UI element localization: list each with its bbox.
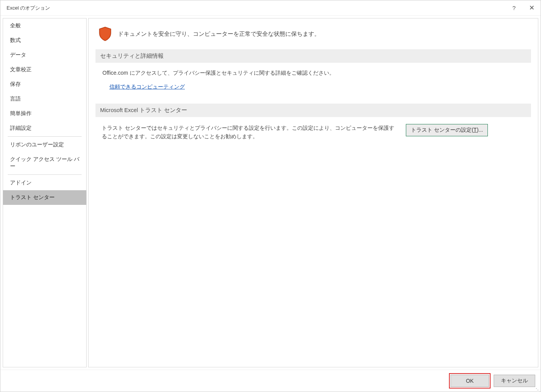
sidebar-item-data[interactable]: データ	[3, 48, 86, 62]
titlebar: Excel のオプション ? ✕	[0, 0, 541, 16]
intro-text: ドキュメントを安全に守り、コンピューターを正常で安全な状態に保ちます。	[118, 30, 320, 38]
sidebar-item-label: トラスト センター	[10, 194, 55, 200]
sidebar-item-customize-ribbon[interactable]: リボンのユーザー設定	[3, 137, 86, 152]
help-button[interactable]: ?	[505, 0, 523, 16]
sidebar-item-label: 保存	[10, 81, 21, 87]
intro-row: ドキュメントを安全に守り、コンピューターを正常で安全な状態に保ちます。	[98, 26, 531, 42]
sidebar-item-label: 詳細設定	[10, 125, 32, 131]
dialog-footer: OK キャンセル	[0, 370, 541, 392]
ok-button[interactable]: OK	[451, 375, 489, 387]
shield-icon	[98, 26, 112, 42]
sidebar-item-label: 全般	[10, 22, 21, 28]
resize-grip[interactable]: ⋱	[536, 389, 540, 391]
titlebar-buttons: ? ✕	[505, 0, 541, 16]
dialog-body: 全般 数式 データ 文章校正 保存 言語 簡単操作 詳細設定 リボンのユーザー設…	[0, 16, 541, 370]
sidebar-item-language[interactable]: 言語	[3, 92, 86, 106]
dialog-title: Excel のオプション	[7, 5, 505, 12]
sidebar-item-label: 簡単操作	[10, 110, 32, 116]
sidebar-item-label: 文章校正	[10, 66, 32, 72]
sidebar-item-advanced[interactable]: 詳細設定	[3, 121, 86, 136]
sidebar-item-proofing[interactable]: 文章校正	[3, 62, 86, 77]
sidebar-item-addins[interactable]: アドイン	[3, 176, 86, 190]
sidebar-item-quick-access-toolbar[interactable]: クイック アクセス ツール バー	[3, 152, 86, 174]
section-header-trust-center: Microsoft Excel トラスト センター	[95, 104, 531, 117]
trust-center-settings-button[interactable]: トラスト センターの設定(T)...	[406, 124, 488, 136]
sidebar-item-trust-center[interactable]: トラスト センター	[3, 190, 86, 205]
security-description: Office.com にアクセスして、プライバシー保護とセキュリティに関する詳細…	[102, 70, 531, 77]
excel-options-dialog: Excel のオプション ? ✕ 全般 数式 データ 文章校正 保存 言語 簡単…	[0, 0, 541, 392]
sidebar-item-label: アドイン	[10, 179, 32, 186]
sidebar-item-label: リボンのユーザー設定	[10, 141, 64, 147]
sidebar-item-ease-of-access[interactable]: 簡単操作	[3, 106, 86, 121]
sidebar-item-save[interactable]: 保存	[3, 77, 86, 92]
close-button[interactable]: ✕	[523, 0, 541, 16]
trust-center-row: トラスト センターではセキュリティとプライバシーに関する設定を行います。この設定…	[102, 124, 531, 141]
content-panel: ドキュメントを安全に守り、コンピューターを正常で安全な状態に保ちます。 セキュリ…	[88, 18, 538, 367]
trustworthy-computing-link[interactable]: 信頼できるコンピューティング	[109, 84, 185, 90]
sidebar-item-label: 言語	[10, 95, 21, 102]
sidebar-separator	[8, 136, 82, 137]
sidebar-separator	[8, 174, 82, 175]
sidebar: 全般 数式 データ 文章校正 保存 言語 簡単操作 詳細設定 リボンのユーザー設…	[3, 18, 87, 367]
sidebar-item-label: 数式	[10, 37, 21, 43]
sidebar-item-label: データ	[10, 52, 26, 58]
sidebar-item-general[interactable]: 全般	[3, 18, 86, 33]
section-header-security: セキュリティと詳細情報	[95, 49, 531, 63]
cancel-button[interactable]: キャンセル	[494, 375, 535, 387]
sidebar-item-label: クイック アクセス ツール バー	[10, 156, 79, 169]
sidebar-item-formulas[interactable]: 数式	[3, 33, 86, 48]
trust-center-description: トラスト センターではセキュリティとプライバシーに関する設定を行います。この設定…	[102, 124, 398, 141]
